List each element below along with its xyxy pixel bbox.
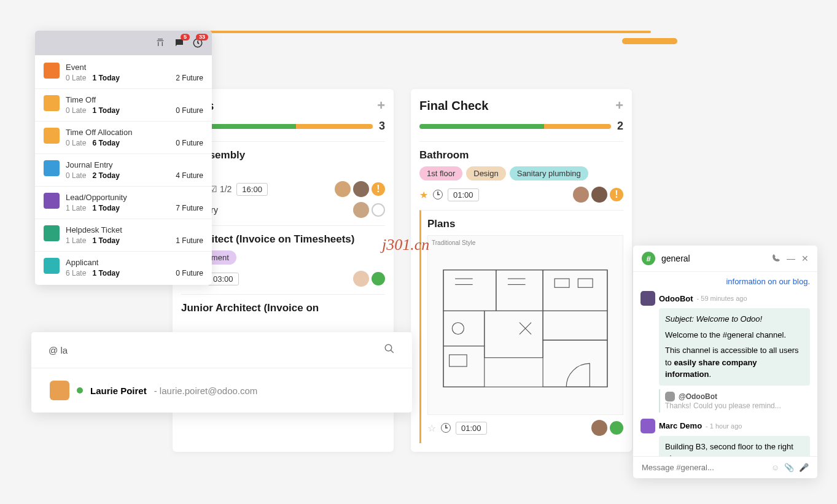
chat-panel: # general — ✕ information on our blog. O…	[633, 246, 817, 478]
time-badge: 16:00	[236, 183, 268, 196]
avatar	[640, 419, 655, 433]
status-dot[interactable]	[610, 421, 623, 435]
chat-bubble: Subject: Welcome to Odoo! Welcome to the…	[659, 308, 810, 386]
mention-input[interactable]	[49, 345, 384, 355]
activity-item[interactable]: Journal Entry 0 Late 2 Today 4 Future	[35, 154, 212, 187]
clock-icon	[433, 190, 443, 200]
activity-title: Journal Entry	[66, 160, 169, 169]
avatar[interactable]	[591, 420, 607, 436]
minimize-icon[interactable]: —	[787, 254, 795, 263]
time-badge: 03:00	[208, 273, 239, 285]
app-icon	[44, 193, 60, 209]
activity-item[interactable]: Event 0 Late 1 Today 2 Future	[35, 56, 212, 89]
card-plans[interactable]: Plans Traditional Style	[419, 210, 623, 443]
avatar[interactable]	[353, 202, 369, 218]
avatar	[50, 381, 69, 400]
mention-email: - laurie.poiret@odoo.com	[154, 386, 258, 396]
phone-icon[interactable]	[772, 254, 781, 264]
reply-text: Thanks! Could you please remind...	[665, 401, 805, 410]
search-icon[interactable]	[384, 343, 395, 357]
activity-header: 5 33	[35, 31, 212, 55]
chat-author: OdooBot	[659, 294, 693, 303]
mic-icon[interactable]: 🎤	[799, 463, 809, 472]
activity-late: 0 Late	[66, 171, 86, 180]
status-dot[interactable]	[372, 203, 385, 217]
tag-plumbing[interactable]: Sanitary plumbing	[510, 166, 588, 180]
svg-rect-15	[578, 279, 593, 287]
hash-icon: #	[642, 252, 655, 265]
avatar	[640, 291, 655, 306]
activity-clock-icon[interactable]: 33	[192, 37, 203, 48]
star-icon[interactable]: ★	[419, 189, 428, 201]
svg-rect-2	[443, 270, 496, 311]
activity-item[interactable]: Time Off 0 Late 1 Today 0 Future	[35, 89, 212, 122]
card-title: Bathroom	[419, 149, 623, 161]
avatar[interactable]	[353, 181, 369, 197]
activity-future: 4 Future	[176, 171, 203, 180]
tag-floor[interactable]: 1st floor	[419, 166, 462, 180]
mention-result[interactable]: Laurie Poiret - laurie.poiret@odoo.com	[31, 368, 412, 413]
phone-icon[interactable]	[155, 37, 166, 48]
warning-icon: !	[372, 182, 385, 196]
chat-reply[interactable]: @OdooBot Thanks! Could you please remind…	[659, 389, 810, 413]
emoji-icon[interactable]: ☺	[771, 463, 779, 472]
avatar[interactable]	[591, 187, 607, 203]
activity-dropdown: 5 33 Event 0 Late 1 Today 2 Future Time …	[35, 31, 212, 285]
svg-rect-3	[496, 270, 543, 311]
chat-blog-link[interactable]: on our blog.	[768, 277, 810, 286]
chat-icon[interactable]: 5	[174, 37, 185, 48]
star-icon[interactable]: ☆	[427, 422, 436, 434]
activity-item[interactable]: Lead/Opportunity 1 Late 1 Today 7 Future	[35, 187, 212, 219]
activity-item[interactable]: Time Off Allocation 0 Late 6 Today 0 Fut…	[35, 122, 212, 154]
activity-today: 2 Today	[92, 171, 119, 180]
chat-input[interactable]	[642, 463, 766, 472]
avatar[interactable]	[335, 181, 351, 197]
card-title: Plans	[427, 218, 623, 230]
attach-icon[interactable]: 📎	[784, 463, 794, 472]
add-card-icon[interactable]: +	[377, 98, 385, 114]
app-icon	[44, 225, 60, 241]
activity-late: 6 Late	[66, 269, 86, 277]
activity-future: 0 Future	[176, 269, 203, 277]
tag-design[interactable]: Design	[466, 166, 505, 180]
avatar	[665, 392, 675, 401]
activity-item[interactable]: Applicant 6 Late 1 Today 0 Future	[35, 252, 212, 284]
clock-icon	[441, 423, 451, 433]
chat-line: Welcome to the #general channel.	[665, 329, 804, 341]
activity-future: 0 Future	[176, 106, 203, 115]
col-count: 2	[617, 120, 623, 133]
chat-message: Marc Demo - 1 hour ago Building B3, seco…	[640, 419, 810, 457]
avatar[interactable]	[353, 271, 369, 287]
presence-dot	[77, 387, 83, 394]
time-badge: 01:00	[456, 422, 487, 435]
card-bathroom[interactable]: Bathroom 1st floor Design Sanitary plumb…	[419, 141, 623, 210]
floorplan-label: Traditional Style	[432, 239, 619, 246]
activity-late: 0 Late	[66, 139, 86, 147]
activity-late: 1 Late	[66, 236, 86, 245]
chat-line: This channel is accessible to all users …	[665, 344, 804, 381]
activity-today: 1 Today	[92, 106, 119, 115]
chat-body: information on our blog. OdooBot - 59 mi…	[633, 272, 817, 456]
activity-today: 1 Today	[92, 204, 119, 212]
svg-rect-17	[450, 355, 467, 366]
status-dot[interactable]	[372, 272, 385, 285]
add-card-icon[interactable]: +	[615, 98, 623, 114]
activity-late: 1 Late	[66, 204, 86, 212]
avatar[interactable]	[573, 187, 589, 203]
mention-panel: Laurie Poiret - laurie.poiret@odoo.com	[31, 332, 412, 413]
chat-subject: Subject: Welcome to Odoo!	[665, 313, 804, 325]
card-junior-architect[interactable]: Junior Architect (Invoice on	[181, 294, 385, 327]
activity-badge: 33	[196, 34, 208, 41]
close-icon[interactable]: ✕	[801, 254, 809, 263]
floorplan-image: Traditional Style	[427, 235, 623, 415]
chat-header: # general — ✕	[633, 246, 817, 272]
chat-channel-name: general	[661, 254, 766, 263]
chat-bubble: Building B3, second floor to the right :…	[659, 436, 810, 457]
chat-badge: 5	[181, 34, 190, 41]
card-title: Junior Architect (Invoice on	[181, 302, 385, 314]
activity-item[interactable]: Helpdesk Ticket 1 Late 1 Today 1 Future	[35, 219, 212, 252]
activity-future: 7 Future	[176, 204, 203, 212]
chat-time: - 59 minutes ago	[697, 295, 747, 302]
progress-bar	[419, 124, 611, 129]
svg-point-16	[452, 322, 464, 334]
